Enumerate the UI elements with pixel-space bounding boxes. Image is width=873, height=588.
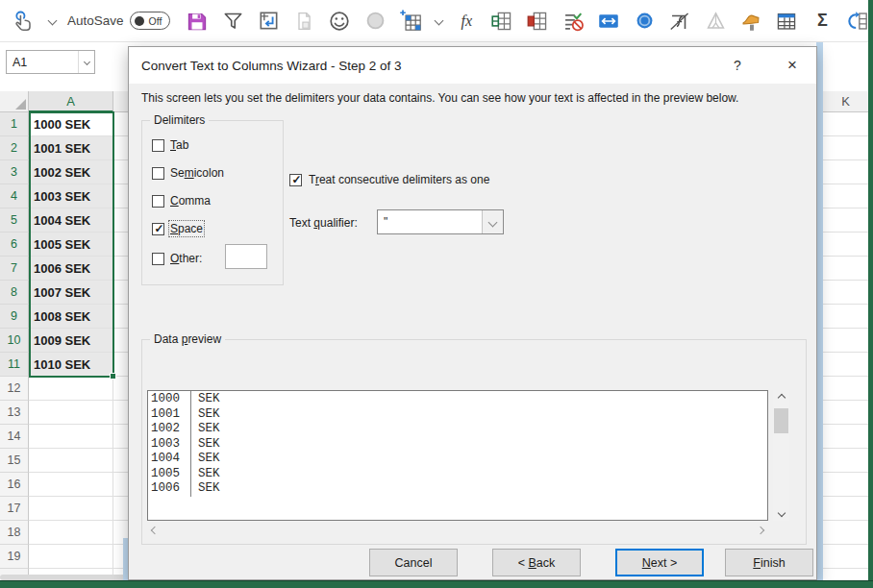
cell-A6[interactable]: 1005 SEK: [29, 233, 113, 257]
other-checkbox-label[interactable]: Other:: [170, 252, 202, 265]
table-icon[interactable]: [772, 7, 801, 36]
preview-line-2-col1: 1001: [151, 407, 190, 423]
row-header-7[interactable]: 7: [0, 257, 29, 281]
show-formulas-icon[interactable]: [665, 7, 694, 36]
next-button[interactable]: Next >: [615, 549, 704, 576]
row-header-12[interactable]: 12: [0, 377, 29, 401]
dialog-help-button[interactable]: ?: [720, 47, 755, 84]
row-header-2[interactable]: 2: [0, 136, 29, 160]
row-header-4[interactable]: 4: [0, 184, 29, 208]
column-a-cells: 1000 SEK1001 SEK1002 SEK1003 SEK1004 SEK…: [29, 112, 113, 580]
column-header-b-sliver[interactable]: [113, 91, 128, 112]
insert-function-icon[interactable]: fx: [452, 7, 481, 36]
cell-A10[interactable]: 1009 SEK: [29, 329, 113, 353]
semicolon-checkbox-label[interactable]: Semicolon: [170, 166, 224, 180]
preview-vscroll-thumb[interactable]: [774, 408, 788, 433]
text-qualifier-combo[interactable]: ": [377, 209, 504, 234]
cell-A11[interactable]: 1010 SEK: [29, 353, 113, 377]
disabled-circle-icon[interactable]: [361, 7, 389, 36]
insert-table-icon[interactable]: [396, 7, 425, 36]
cell-A3[interactable]: 1002 SEK: [29, 160, 113, 184]
autosave-toggle[interactable]: Off: [130, 12, 171, 30]
cell-A9[interactable]: 1008 SEK: [29, 305, 113, 329]
scroll-left-icon[interactable]: [151, 527, 159, 534]
delete-cells-icon[interactable]: [523, 7, 552, 36]
row-header-11[interactable]: 11: [0, 353, 29, 377]
comma-checkbox[interactable]: [152, 195, 164, 208]
cell-A19[interactable]: [29, 545, 113, 569]
space-checkbox-label[interactable]: Space: [170, 222, 203, 235]
cell-A4[interactable]: 1003 SEK: [29, 184, 113, 208]
semicolon-checkbox[interactable]: [152, 167, 164, 180]
preview-vertical-scrollbar[interactable]: [773, 390, 789, 521]
touch-mode-dropdown-icon[interactable]: [45, 7, 59, 36]
row-header-16[interactable]: 16: [0, 473, 29, 497]
scroll-right-icon[interactable]: [757, 527, 764, 534]
cell-A7[interactable]: 1006 SEK: [29, 257, 113, 281]
row-header-5[interactable]: 5: [0, 208, 29, 233]
other-delimiter-input[interactable]: [225, 244, 267, 269]
cell-A5[interactable]: 1004 SEK: [29, 208, 113, 233]
column-b-cells-sliver[interactable]: [113, 112, 128, 580]
row-header-19[interactable]: 19: [0, 545, 29, 569]
finish-button[interactable]: Finish: [725, 549, 813, 576]
text-qualifier-dropdown-icon[interactable]: [482, 210, 503, 233]
name-box-dropdown-icon[interactable]: [79, 51, 94, 73]
other-checkbox[interactable]: [152, 253, 164, 265]
scroll-down-icon[interactable]: [773, 505, 789, 521]
cell-A2[interactable]: 1001 SEK: [29, 136, 113, 160]
name-box[interactable]: A1: [6, 50, 95, 74]
row-header-6[interactable]: 6: [0, 233, 29, 257]
cell-A16[interactable]: [29, 473, 113, 497]
tab-checkbox[interactable]: [152, 139, 164, 152]
column-header-k[interactable]: K: [823, 91, 868, 112]
data-validation-icon[interactable]: [559, 7, 587, 36]
insert-table-dropdown-icon[interactable]: [432, 7, 445, 36]
cell-A8[interactable]: 1007 SEK: [29, 281, 113, 305]
row-header-3[interactable]: 3: [0, 160, 29, 184]
autofit-width-icon[interactable]: [594, 7, 623, 36]
blue-circle-icon[interactable]: [630, 7, 659, 36]
dialog-close-button[interactable]: ×: [771, 47, 813, 84]
row-header-8[interactable]: 8: [0, 281, 29, 305]
cell-A12[interactable]: [29, 377, 113, 401]
cell-A18[interactable]: [29, 521, 113, 545]
treat-consecutive-checkbox[interactable]: [289, 174, 302, 186]
row-header-13[interactable]: 13: [0, 401, 29, 425]
row-header-1[interactable]: 1: [0, 112, 29, 136]
cell-A14[interactable]: [29, 425, 113, 449]
quick-access-toolbar: AutoSave Off: [0, 0, 868, 42]
treat-consecutive-label[interactable]: Treat consecutive delimiters as one: [309, 173, 489, 186]
cell-A1[interactable]: 1000 SEK: [29, 112, 113, 136]
column-k-cells[interactable]: [823, 112, 868, 580]
cancel-button[interactable]: Cancel: [369, 549, 458, 576]
row-header-14[interactable]: 14: [0, 425, 29, 449]
row-header-18[interactable]: 18: [0, 521, 29, 545]
touch-mode-icon[interactable]: [10, 7, 38, 36]
switch-windows-icon[interactable]: [254, 7, 283, 36]
row-header-9[interactable]: 9: [0, 305, 29, 329]
data-preview-box[interactable]: 1000100110021003100410051006 SEKSEKSEKSE…: [147, 390, 768, 521]
comma-checkbox-label[interactable]: Comma: [170, 194, 211, 208]
row-header-15[interactable]: 15: [0, 449, 29, 473]
row-header-10[interactable]: 10: [0, 329, 29, 353]
autosum-icon[interactable]: Σ: [808, 7, 836, 36]
filter-icon[interactable]: [218, 7, 247, 36]
select-all-button[interactable]: [0, 91, 29, 112]
back-button[interactable]: < Back: [492, 549, 581, 576]
preview-horizontal-scrollbar[interactable]: [147, 523, 768, 538]
row-header-17[interactable]: 17: [0, 497, 29, 521]
cell-A17[interactable]: [29, 497, 113, 521]
insert-cells-icon[interactable]: [487, 7, 516, 36]
column-header-a[interactable]: A: [29, 91, 113, 112]
space-checkbox[interactable]: [152, 223, 164, 235]
cell-A13[interactable]: [29, 401, 113, 425]
save-icon[interactable]: [183, 7, 212, 36]
cell-A15[interactable]: [29, 449, 113, 473]
scroll-up-icon[interactable]: [773, 390, 789, 405]
format-painter-icon[interactable]: [736, 7, 765, 36]
tab-checkbox-label[interactable]: Tab: [170, 138, 188, 152]
feedback-smiley-icon[interactable]: [325, 7, 354, 36]
document-icon-disabled[interactable]: [289, 7, 318, 36]
geometry-icon-disabled[interactable]: [701, 7, 730, 36]
